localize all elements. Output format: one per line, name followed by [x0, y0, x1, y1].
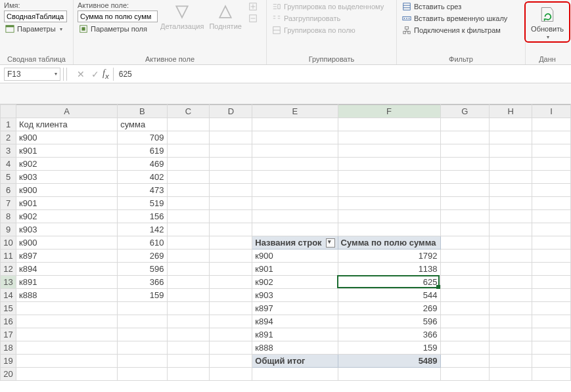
cell[interactable]	[440, 263, 490, 276]
activefield-input[interactable]	[78, 11, 158, 22]
cell[interactable]: к897	[252, 302, 338, 315]
cell[interactable]	[440, 315, 490, 328]
cell[interactable]	[210, 236, 252, 250]
cell[interactable]	[440, 276, 490, 289]
cell[interactable]: к891	[16, 276, 117, 289]
cell[interactable]	[167, 355, 210, 368]
cell[interactable]: к900	[252, 250, 338, 263]
cell[interactable]	[338, 368, 440, 381]
col-header-B[interactable]: B	[118, 105, 167, 118]
cancel-formula-button[interactable]: ✕	[74, 69, 88, 79]
cell[interactable]	[252, 158, 338, 171]
cell[interactable]	[338, 184, 440, 197]
cell[interactable]	[490, 276, 532, 289]
cell[interactable]	[118, 328, 167, 341]
cell[interactable]	[210, 368, 252, 381]
cell[interactable]	[210, 223, 252, 236]
cell[interactable]	[210, 171, 252, 184]
cell[interactable]	[490, 197, 532, 210]
refresh-button[interactable]: Обновить ▾	[528, 4, 566, 40]
cell[interactable]	[490, 263, 532, 276]
cell[interactable]	[490, 250, 532, 263]
cell[interactable]	[167, 184, 210, 197]
cell[interactable]	[338, 171, 440, 184]
cell[interactable]	[440, 341, 490, 355]
row-header[interactable]: 13	[1, 276, 16, 289]
cell[interactable]: к900	[16, 236, 117, 250]
insert-timeline-button[interactable]: Вставить временную шкалу	[401, 13, 509, 24]
cell[interactable]	[532, 263, 571, 276]
cell[interactable]	[167, 171, 210, 184]
cell[interactable]: 596	[338, 315, 440, 328]
cell[interactable]: 159	[118, 289, 167, 302]
cell[interactable]	[490, 236, 532, 250]
worksheet-grid[interactable]: A B C D E F G H I 1 Код клиента сумма 2к…	[0, 104, 571, 381]
cell[interactable]	[532, 171, 571, 184]
cell[interactable]: к902	[16, 210, 117, 223]
cell[interactable]: к901	[16, 197, 117, 210]
row-header[interactable]: 14	[1, 289, 16, 302]
cell[interactable]	[210, 355, 252, 368]
cell[interactable]	[490, 158, 532, 171]
cell[interactable]: к903	[16, 171, 117, 184]
cell[interactable]: 544	[338, 289, 440, 302]
cell[interactable]	[490, 289, 532, 302]
cell[interactable]	[210, 184, 252, 197]
cell[interactable]	[490, 341, 532, 355]
cell[interactable]	[338, 210, 440, 223]
row-header[interactable]: 12	[1, 263, 16, 276]
row-header[interactable]: 7	[1, 197, 16, 210]
row-header[interactable]: 3	[1, 144, 16, 158]
cell[interactable]: 159	[338, 341, 440, 355]
cell[interactable]: к888	[16, 289, 117, 302]
pivot-total-label[interactable]: Общий итог	[252, 355, 338, 368]
cell[interactable]	[16, 341, 117, 355]
cell[interactable]	[210, 144, 252, 158]
cell[interactable]	[118, 302, 167, 315]
cell[interactable]	[167, 236, 210, 250]
cell[interactable]	[490, 223, 532, 236]
cell[interactable]	[252, 118, 338, 131]
cell[interactable]: 610	[118, 236, 167, 250]
cell[interactable]	[167, 341, 210, 355]
cell[interactable]: к903	[252, 289, 338, 302]
cell[interactable]	[338, 118, 440, 131]
cell[interactable]	[167, 118, 210, 131]
cell[interactable]	[16, 355, 117, 368]
cell[interactable]	[532, 341, 571, 355]
cell[interactable]	[252, 197, 338, 210]
pivot-filter-button[interactable]	[326, 238, 335, 248]
cell[interactable]	[167, 210, 210, 223]
cell[interactable]	[210, 210, 252, 223]
cell[interactable]	[440, 197, 490, 210]
cell[interactable]	[532, 250, 571, 263]
cell[interactable]: 709	[118, 131, 167, 144]
cell[interactable]: 402	[118, 171, 167, 184]
row-header[interactable]: 1	[1, 118, 16, 131]
cell[interactable]	[532, 184, 571, 197]
cell[interactable]	[532, 158, 571, 171]
cell[interactable]	[532, 131, 571, 144]
pivot-rowlabels-header[interactable]: Названия строк	[252, 236, 338, 250]
cell[interactable]	[490, 118, 532, 131]
cell[interactable]	[490, 144, 532, 158]
cell[interactable]	[440, 250, 490, 263]
cell[interactable]	[252, 368, 338, 381]
row-header[interactable]: 10	[1, 236, 16, 250]
cell[interactable]	[440, 236, 490, 250]
pivot-values-header[interactable]: Сумма по полю сумма	[338, 236, 440, 250]
cell[interactable]	[167, 250, 210, 263]
cell[interactable]: 142	[118, 223, 167, 236]
cell[interactable]	[532, 118, 571, 131]
cell[interactable]	[118, 368, 167, 381]
formula-input[interactable]: 625	[113, 68, 507, 81]
cell[interactable]	[118, 315, 167, 328]
cell[interactable]	[338, 144, 440, 158]
cell[interactable]	[440, 223, 490, 236]
cell[interactable]	[210, 302, 252, 315]
cell[interactable]	[167, 289, 210, 302]
row-header[interactable]: 11	[1, 250, 16, 263]
cell[interactable]: 269	[118, 250, 167, 263]
cell[interactable]: 596	[118, 263, 167, 276]
cell[interactable]	[532, 210, 571, 223]
